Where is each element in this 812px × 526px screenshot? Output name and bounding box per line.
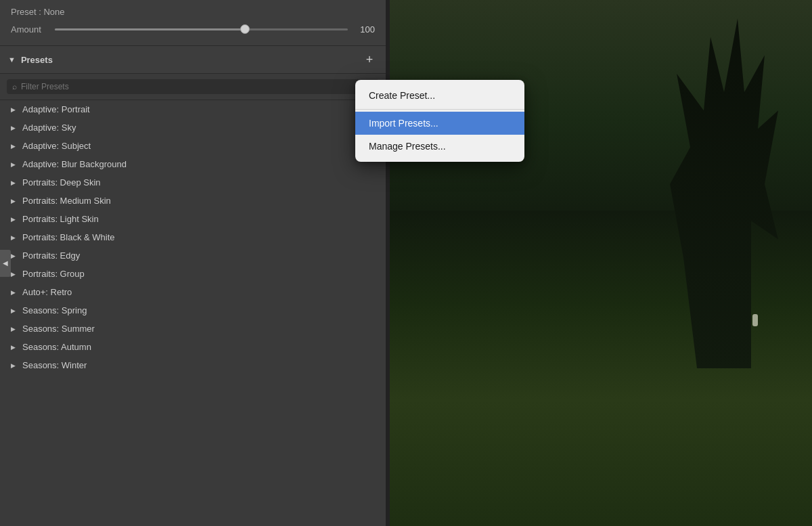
preset-expand-arrow: ▶	[11, 253, 16, 259]
preset-expand-arrow: ▶	[11, 289, 16, 296]
list-item[interactable]: ▶Portraits: Edgy	[0, 246, 386, 265]
preset-item-name: Portraits: Medium Skin	[22, 196, 111, 206]
presets-title: Presets	[21, 55, 361, 65]
dropdown-item-import-presets[interactable]: Import Presets...	[355, 112, 524, 135]
amount-slider[interactable]	[55, 22, 348, 36]
top-section: Preset : None Amount 100	[0, 0, 386, 46]
preset-expand-arrow: ▶	[11, 216, 16, 223]
preset-expand-arrow: ▶	[11, 143, 16, 150]
presets-collapse-arrow[interactable]: ▼	[8, 56, 16, 64]
preset-expand-arrow: ▶	[11, 234, 16, 241]
collapse-arrow-icon: ◀	[3, 259, 8, 267]
search-bar: ⌕	[0, 74, 386, 100]
list-item[interactable]: ▶Seasons: Autumn	[0, 338, 386, 356]
preset-item-name: Portraits: Black & White	[22, 232, 115, 242]
amount-row: Amount 100	[11, 22, 375, 36]
presets-header: ▼ Presets +	[0, 46, 386, 74]
preset-item-name: Adaptive: Subject	[22, 141, 91, 151]
preset-item-name: Adaptive: Blur Background	[22, 159, 127, 169]
preset-row: Preset : None	[11, 7, 375, 17]
list-item[interactable]: ▶Adaptive: Sky	[0, 118, 386, 137]
photo-area	[390, 0, 812, 526]
white-figure	[752, 314, 758, 326]
dropdown-divider	[355, 109, 524, 110]
list-item[interactable]: ▶Portraits: Black & White	[0, 228, 386, 246]
list-item[interactable]: ▶Seasons: Winter	[0, 356, 386, 374]
preset-item-name: Portraits: Edgy	[22, 250, 80, 261]
dropdown-item-manage-presets[interactable]: Manage Presets...	[355, 135, 524, 158]
list-item[interactable]: ▶Portraits: Group	[0, 265, 386, 283]
preset-item-name: Portraits: Deep Skin	[22, 177, 101, 188]
preset-expand-arrow: ▶	[11, 179, 16, 186]
dropdown-menu: Create Preset...Import Presets...Manage …	[355, 80, 524, 162]
add-preset-button[interactable]: +	[361, 51, 378, 68]
list-item[interactable]: ▶Portraits: Light Skin	[0, 210, 386, 228]
preset-item-name: Seasons: Winter	[22, 360, 87, 370]
list-item[interactable]: ▶Seasons: Spring	[0, 301, 386, 320]
preset-expand-arrow: ▶	[11, 125, 16, 131]
left-collapse-button[interactable]: ◀	[0, 250, 11, 277]
preset-expand-arrow: ▶	[11, 198, 16, 204]
preset-expand-arrow: ▶	[11, 307, 16, 314]
slider-fill	[55, 28, 245, 30]
preset-item-name: Seasons: Summer	[22, 324, 95, 334]
search-input[interactable]	[21, 82, 374, 91]
preset-label: Preset : None	[11, 7, 65, 17]
list-item[interactable]: ▶Adaptive: Portrait	[0, 100, 386, 118]
preset-item-name: Portraits: Light Skin	[22, 214, 99, 224]
search-input-wrapper: ⌕	[7, 79, 379, 94]
list-item[interactable]: ▶Adaptive: Blur Background	[0, 155, 386, 173]
list-item[interactable]: ▶Portraits: Deep Skin	[0, 173, 386, 192]
preset-item-name: Seasons: Spring	[22, 305, 87, 315]
preset-item-name: Adaptive: Portrait	[22, 104, 90, 114]
preset-expand-arrow: ▶	[11, 344, 16, 351]
dropdown-item-create-preset[interactable]: Create Preset...	[355, 84, 524, 107]
left-panel: Preset : None Amount 100 ▼ Presets + ⌕	[0, 0, 386, 526]
preset-item-name: Portraits: Group	[22, 269, 85, 279]
preset-expand-arrow: ▶	[11, 106, 16, 113]
slider-track	[55, 28, 348, 30]
search-icon: ⌕	[12, 82, 17, 91]
preset-expand-arrow: ▶	[11, 362, 16, 369]
preset-list: ▶Adaptive: Portrait▶Adaptive: Sky▶Adapti…	[0, 100, 386, 526]
amount-label: Amount	[11, 24, 48, 35]
list-item[interactable]: ▶Seasons: Summer	[0, 320, 386, 338]
list-item[interactable]: ▶Auto+: Retro	[0, 283, 386, 301]
photo-background	[390, 0, 812, 526]
slider-thumb[interactable]	[240, 24, 250, 34]
presets-section: ▼ Presets + ⌕ ▶Adaptive: Portrait▶Adapti…	[0, 46, 386, 526]
amount-value: 100	[355, 24, 375, 35]
list-item[interactable]: ▶Adaptive: Subject	[0, 137, 386, 155]
preset-expand-arrow: ▶	[11, 271, 16, 278]
preset-expand-arrow: ▶	[11, 161, 16, 168]
preset-item-name: Adaptive: Sky	[22, 123, 76, 133]
preset-item-name: Auto+: Retro	[22, 287, 72, 297]
preset-item-name: Seasons: Autumn	[22, 342, 91, 352]
preset-expand-arrow: ▶	[11, 326, 16, 332]
list-item[interactable]: ▶Portraits: Medium Skin	[0, 192, 386, 210]
